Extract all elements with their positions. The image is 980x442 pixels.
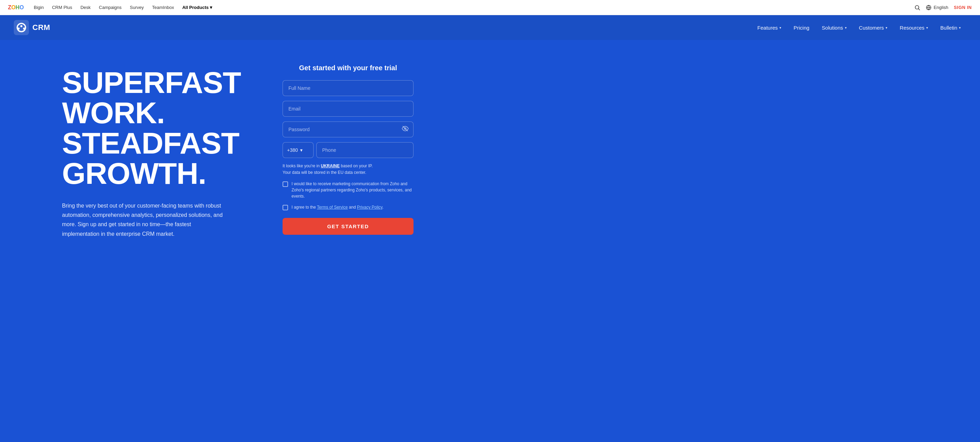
top-nav-left: Z O H O Bigin CRM Plus Desk Campaigns Su…	[8, 2, 216, 13]
top-nav-all-products[interactable]: All Products	[178, 5, 217, 10]
svg-point-5	[20, 25, 22, 27]
password-toggle-icon[interactable]	[402, 125, 409, 134]
signup-title: Get started with your free trial	[283, 64, 414, 72]
customers-chevron-icon	[886, 26, 887, 30]
terms-of-service-link[interactable]: Terms of Service	[317, 205, 348, 210]
full-name-input[interactable]	[283, 80, 414, 96]
top-nav-crm-plus[interactable]: CRM Plus	[48, 5, 76, 10]
nav-solutions[interactable]: Solutions	[816, 22, 852, 33]
get-started-button[interactable]: GET STARTED	[283, 218, 414, 235]
marketing-checkbox[interactable]	[283, 181, 288, 187]
nav-features[interactable]: Features	[752, 22, 787, 33]
hero-left: SUPERFAST WORK. STEADFAST GROWTH. Bring …	[62, 60, 262, 239]
marketing-checkbox-row: I would like to receive marketing commun…	[283, 181, 414, 199]
resources-chevron-icon	[926, 26, 928, 30]
top-nav: Z O H O Bigin CRM Plus Desk Campaigns Su…	[0, 0, 980, 15]
zoho-logo[interactable]: Z O H O	[8, 2, 24, 13]
nav-pricing[interactable]: Pricing	[788, 22, 815, 33]
svg-point-0	[915, 5, 919, 9]
top-nav-right: English SIGN IN	[914, 5, 972, 11]
phone-row: +380 ▾	[283, 142, 414, 158]
crm-logo-icon	[14, 20, 29, 35]
svg-point-7	[23, 27, 25, 30]
top-nav-bigin[interactable]: Bigin	[30, 5, 48, 10]
location-notice: It looks like you're in UKRAINE based on…	[283, 163, 414, 176]
svg-point-6	[18, 27, 20, 30]
language-label: English	[934, 5, 948, 10]
country-code-select[interactable]: +380 ▾	[283, 142, 313, 158]
country-code-value: +380	[287, 147, 298, 153]
nav-bulletin[interactable]: Bulletin	[935, 22, 966, 33]
password-wrapper	[283, 122, 414, 137]
main-nav-links: Features Pricing Solutions Customers Res…	[752, 22, 966, 33]
top-nav-desk[interactable]: Desk	[76, 5, 95, 10]
brand-logo[interactable]: CRM	[14, 20, 50, 35]
nav-resources[interactable]: Resources	[894, 22, 934, 33]
terms-checkbox[interactable]	[283, 205, 288, 210]
top-nav-teaminbox[interactable]: TeamInbox	[148, 5, 178, 10]
hero-headline: SUPERFAST WORK. STEADFAST GROWTH.	[62, 68, 262, 189]
terms-checkbox-row: I agree to the Terms of Service and Priv…	[283, 204, 414, 210]
hero-subtext: Bring the very best out of your customer…	[62, 201, 228, 239]
search-button[interactable]	[914, 5, 920, 11]
privacy-policy-link[interactable]: Privacy Policy	[357, 205, 382, 210]
marketing-checkbox-label: I would like to receive marketing commun…	[291, 181, 414, 199]
svg-line-1	[919, 9, 920, 10]
bulletin-chevron-icon	[959, 26, 961, 30]
svg-rect-4	[14, 20, 29, 35]
terms-checkbox-label: I agree to the Terms of Service and Priv…	[291, 204, 383, 210]
password-input[interactable]	[283, 122, 414, 137]
country-code-chevron-icon: ▾	[300, 147, 302, 153]
main-nav: CRM Features Pricing Solutions Customers…	[0, 15, 980, 40]
email-input[interactable]	[283, 101, 414, 117]
zoho-logo-box: Z O H O	[8, 2, 24, 13]
brand-name: CRM	[32, 23, 50, 32]
hero-section: SUPERFAST WORK. STEADFAST GROWTH. Bring …	[0, 40, 980, 442]
phone-input[interactable]	[316, 142, 414, 158]
sign-in-link[interactable]: SIGN IN	[954, 5, 972, 10]
signup-panel: Get started with your free trial +380 ▾ …	[283, 60, 414, 235]
top-nav-campaigns[interactable]: Campaigns	[95, 5, 126, 10]
solutions-chevron-icon	[845, 26, 846, 30]
all-products-chevron-icon	[210, 5, 212, 10]
top-nav-survey[interactable]: Survey	[126, 5, 148, 10]
nav-customers[interactable]: Customers	[854, 22, 893, 33]
features-chevron-icon	[780, 26, 781, 30]
language-selector[interactable]: English	[926, 5, 948, 10]
